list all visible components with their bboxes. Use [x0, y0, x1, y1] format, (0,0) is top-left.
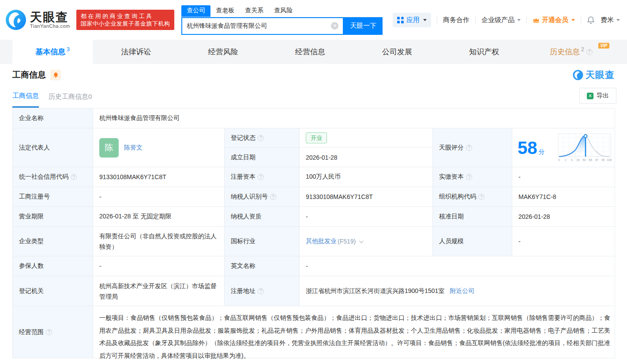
search-type-tabs: 查公司 查老板 查关系 查风险: [181, 5, 383, 17]
tab-basic-info[interactable]: 基本信息3: [12, 40, 93, 64]
english-name-label: 英文名称: [225, 256, 300, 276]
search-area: 查公司 查老板 查关系 查风险 天眼一下: [181, 5, 383, 35]
credit-code-value: 91330108MAK6Y71C8T: [93, 167, 225, 187]
svg-text:100: 100: [607, 158, 612, 161]
apps-menu[interactable]: 应用: [393, 13, 431, 27]
chevron-down-icon[interactable]: [359, 239, 364, 243]
nav-cooperation[interactable]: 商务合作: [443, 16, 469, 24]
top-header: 天眼查 TianYanCha.com 都在用的商业查询工具 国家中小企业发展子基…: [0, 0, 627, 40]
business-info-table: 企业名称 杭州锋味派食品管理有限公司 法定代表人 陈 陈誉文 登记状态 开业 成…: [12, 108, 615, 358]
help-icon[interactable]: [586, 49, 593, 55]
excel-icon: [587, 93, 593, 99]
help-icon[interactable]: [478, 194, 484, 200]
tianyancha-logo[interactable]: 天眼查 TianYanCha.com: [5, 9, 70, 30]
reg-number-label: 工商注册号: [13, 187, 93, 207]
notification-bell-icon[interactable]: [587, 15, 595, 24]
apps-grid-icon: [397, 17, 404, 23]
reg-status-cell: 开业: [300, 128, 433, 148]
svg-text:15: 15: [576, 158, 580, 161]
tab-operating-info[interactable]: 经营信息: [267, 40, 353, 64]
subscribe-bell-button[interactable]: [50, 70, 61, 80]
help-icon[interactable]: [71, 174, 77, 180]
export-label: 导出: [597, 92, 609, 100]
reg-capital-value: 100万人民币: [300, 167, 433, 187]
help-icon[interactable]: [258, 135, 264, 141]
tab-legal-proceedings[interactable]: 法律诉讼: [93, 40, 180, 64]
legal-rep-cell: 陈 陈誉文: [93, 128, 225, 167]
promo-banner: 都在用的商业查询工具 国家中小企业发展子基金旗下机构: [76, 10, 175, 30]
taxpayer-quality-value: -: [300, 207, 433, 227]
tab-label: 基本信息: [35, 47, 65, 57]
search-tab-boss[interactable]: 查老板: [210, 5, 240, 17]
org-code-label: 组织机构代码: [433, 187, 512, 207]
clear-icon[interactable]: [331, 22, 338, 30]
vip-badge: VIP: [598, 43, 609, 49]
search-tab-relation[interactable]: 查关系: [240, 5, 269, 17]
legal-rep-link[interactable]: 陈誉文: [124, 144, 143, 152]
search-tab-risk[interactable]: 查风险: [269, 5, 298, 17]
taxpayer-quality-label: 纳税人资质: [225, 207, 300, 227]
paid-capital-label: 实缴资本: [433, 167, 512, 187]
score-cell[interactable]: 58 分 0 1: [512, 128, 615, 167]
banner-line2: 国家中小企业发展子基金旗下机构: [81, 20, 170, 27]
reg-address-label: 注册地址: [225, 276, 300, 306]
nav-enterprise-products[interactable]: 企业级产品: [481, 16, 521, 24]
score-distribution-chart: 0 1 3 15 50 85 97 99 100: [557, 133, 612, 163]
svg-text:1: 1: [564, 158, 566, 161]
paid-capital-value: -: [512, 167, 615, 187]
reg-authority-label: 登记机关: [13, 276, 93, 306]
caret-down-icon: [571, 19, 575, 21]
banner-line1: 都在用的商业查询工具: [81, 12, 170, 20]
svg-text:99: 99: [601, 158, 605, 161]
help-icon[interactable]: [258, 288, 264, 294]
tab-operating-risk[interactable]: 经营风险: [180, 40, 267, 64]
credit-code-label: 统一社会信用代码: [13, 167, 93, 187]
reg-number-value: -: [93, 187, 225, 207]
business-scope-label: 经营范围: [13, 306, 93, 358]
brand-domain: TianYanCha.com: [30, 23, 70, 29]
help-icon[interactable]: [46, 329, 52, 335]
section-header: 工商信息 天眼查: [0, 64, 627, 86]
help-icon[interactable]: [270, 194, 276, 200]
bell-icon: [53, 72, 59, 78]
subtab-history-business-info[interactable]: 历史工商信息0: [49, 93, 92, 101]
legal-rep-label: 法定代表人: [13, 128, 93, 167]
divider: [437, 16, 437, 24]
reg-authority-value: 杭州高新技术产业开发区（滨江）市场监督管理局: [93, 276, 225, 306]
english-name-value: -: [300, 256, 615, 276]
establish-date-value: 2026-01-28: [300, 148, 433, 167]
search-tab-company[interactable]: 查公司: [181, 5, 210, 17]
legal-rep-avatar[interactable]: 陈: [99, 138, 119, 158]
subtab-business-info[interactable]: 工商信息: [12, 92, 39, 108]
search-button[interactable]: 天眼一下: [344, 17, 383, 35]
reg-status-label: 登记状态: [225, 128, 300, 148]
company-type-label: 企业类型: [13, 227, 93, 256]
divider: [475, 16, 476, 24]
tab-history-info[interactable]: 历史信息2 VIP: [528, 40, 615, 64]
industry-link[interactable]: 其他批发业: [306, 237, 337, 245]
tianyancha-swirl-icon: [5, 9, 26, 30]
user-menu[interactable]: 费米: [601, 16, 620, 24]
watermark-logo: 天眼查: [573, 69, 615, 81]
nearby-companies-link[interactable]: 附近公司: [450, 287, 474, 295]
svg-text:97: 97: [595, 158, 599, 161]
help-icon[interactable]: [466, 145, 472, 151]
status-badge: 开业: [306, 132, 327, 143]
tab-company-development[interactable]: 公司发展: [354, 40, 441, 64]
tab-label: 历史信息: [550, 47, 580, 57]
tab-intellectual-property[interactable]: 知识产权: [441, 40, 528, 64]
staff-size-label: 人员规模: [433, 227, 512, 256]
subtab-bar: 工商信息 历史工商信息0 导出: [0, 86, 627, 107]
export-button[interactable]: 导出: [579, 88, 616, 104]
help-icon[interactable]: [258, 174, 264, 180]
enterprise-label: 企业级产品: [481, 16, 514, 24]
company-type-value: 有限责任公司（非自然人投资或控股的法人独资）: [93, 227, 225, 256]
open-vip-link[interactable]: 开通会员: [533, 16, 575, 24]
help-icon[interactable]: [466, 174, 472, 180]
score-unit: 分: [539, 148, 545, 156]
search-input[interactable]: [187, 23, 331, 30]
company-name-value: 杭州锋味派食品管理有限公司: [93, 109, 615, 128]
score-value: 58: [518, 139, 537, 157]
staff-size-value: -: [512, 227, 615, 256]
vip-label: 开通会员: [542, 16, 568, 24]
